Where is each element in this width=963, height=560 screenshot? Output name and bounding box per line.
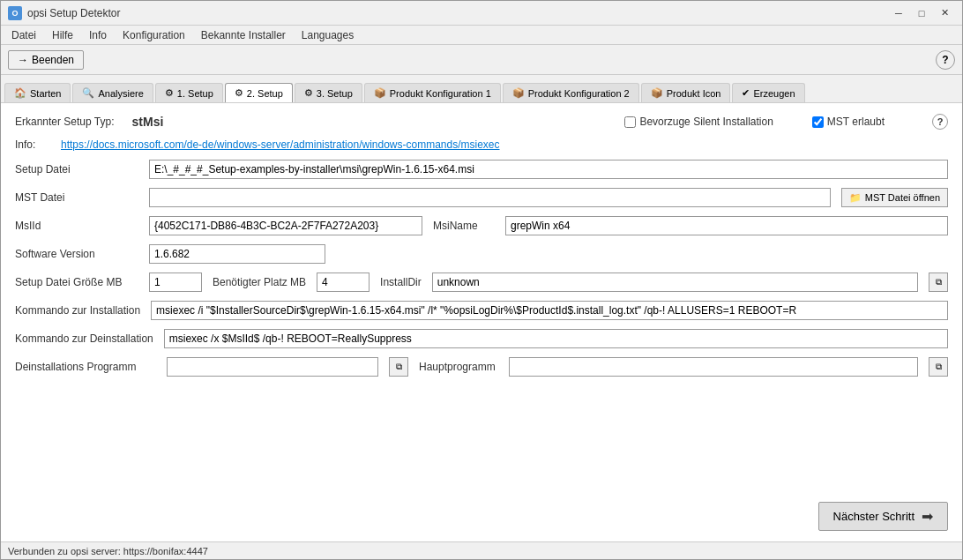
menu-hilfe[interactable]: Hilfe bbox=[45, 27, 80, 43]
kommando-install-row: Kommando zur Installation bbox=[15, 301, 948, 320]
setup-type-row: Erkannter Setup Typ: stMsi Bevorzuge Sil… bbox=[15, 114, 948, 130]
setup-grosse-input[interactable] bbox=[149, 273, 202, 292]
copy-icon: ⧉ bbox=[936, 277, 942, 287]
msiid-label: MsIId bbox=[15, 220, 138, 232]
kommando-install-input[interactable] bbox=[151, 301, 948, 320]
tab-setup3[interactable]: ⚙ 3. Setup bbox=[295, 83, 362, 102]
silent-install-checkbox[interactable] bbox=[624, 116, 636, 128]
status-bar: Verbunden zu opsi server: https://bonifa… bbox=[1, 541, 962, 559]
software-version-row: Software Version bbox=[15, 244, 948, 264]
beenden-button[interactable]: → Beenden bbox=[8, 50, 84, 70]
app-title: opsi Setup Detektor bbox=[27, 7, 120, 19]
arrow-right-icon: ➡ bbox=[922, 508, 933, 525]
deinstall-prog-label: Deinstallations Programm bbox=[15, 361, 156, 373]
check-icon: ✔ bbox=[742, 87, 750, 99]
kommando-deinstall-input[interactable] bbox=[164, 329, 948, 348]
installdir-label: InstallDir bbox=[380, 276, 422, 288]
menu-konfiguration[interactable]: Konfiguration bbox=[116, 27, 192, 43]
tab-produkticon[interactable]: 📦 Produkt Icon bbox=[641, 83, 731, 102]
gear-icon-2: ⚙ bbox=[235, 87, 243, 99]
tab-erzeugen[interactable]: ✔ Erzeugen bbox=[732, 83, 804, 102]
setup-type-label: Erkannter Setup Typ: bbox=[15, 116, 115, 128]
hauptprogramm-label: Hauptprogramm bbox=[419, 361, 498, 373]
benotigter-input[interactable] bbox=[317, 273, 370, 292]
home-icon: 🏠 bbox=[14, 87, 26, 99]
setup-datei-input[interactable] bbox=[149, 160, 948, 179]
mst-erlaubt-checkbox-row: MST erlaubt bbox=[812, 116, 885, 128]
tab-setup2[interactable]: ⚙ 2. Setup bbox=[225, 83, 293, 102]
silent-install-label: Bevorzuge Silent Installation bbox=[639, 116, 773, 128]
next-button[interactable]: Nächster Schritt ➡ bbox=[818, 502, 948, 531]
sizes-row: Setup Datei Größe MB Benötigter Platz MB… bbox=[15, 273, 948, 292]
window-controls: ─ □ ✕ bbox=[888, 5, 955, 21]
copy-icon-3: ⧉ bbox=[936, 362, 942, 372]
software-version-label: Software Version bbox=[15, 248, 138, 260]
msiid-input[interactable] bbox=[149, 216, 422, 235]
info-row: Info: https://docs.microsoft.com/de-de/w… bbox=[15, 138, 948, 151]
help-circle-icon[interactable]: ? bbox=[932, 114, 948, 130]
msiname-label: MsiName bbox=[433, 220, 495, 232]
package-icon-3: 📦 bbox=[651, 87, 663, 99]
tab-starten[interactable]: 🏠 Starten bbox=[4, 83, 71, 102]
tabs-bar: 🏠 Starten 🔍 Analysiere ⚙ 1. Setup ⚙ 2. S… bbox=[1, 75, 962, 103]
close-button[interactable]: ✕ bbox=[934, 5, 955, 21]
deinstall-prog-copy-button[interactable]: ⧉ bbox=[389, 357, 408, 377]
kommando-deinstall-label: Kommando zur Deinstallation bbox=[15, 332, 153, 345]
software-version-input[interactable] bbox=[149, 244, 325, 264]
programs-row: Deinstallations Programm ⧉ Hauptprogramm… bbox=[15, 357, 948, 377]
mst-datei-row: MST Datei 📁 MST Datei öffnen bbox=[15, 188, 948, 207]
msiname-input[interactable] bbox=[505, 216, 948, 235]
package-icon-2: 📦 bbox=[512, 87, 525, 99]
benotigter-label: Benötigter Platz MB bbox=[213, 276, 306, 288]
info-label: Info: bbox=[15, 138, 50, 151]
menu-bar: Datei Hilfe Info Konfiguration Bekannte … bbox=[1, 26, 962, 45]
tab-produktkonfig2[interactable]: 📦 Produkt Konfiguration 2 bbox=[503, 83, 639, 102]
app-icon: O bbox=[8, 6, 22, 20]
info-link[interactable]: https://docs.microsoft.com/de-de/windows… bbox=[61, 138, 500, 151]
tab-setup1[interactable]: ⚙ 1. Setup bbox=[155, 83, 223, 102]
silent-install-checkbox-row: Bevorzuge Silent Installation bbox=[624, 116, 773, 128]
copy-icon-2: ⧉ bbox=[396, 362, 402, 372]
menu-bekannte-installer[interactable]: Bekannte Installer bbox=[194, 27, 293, 43]
installdir-input[interactable] bbox=[432, 273, 918, 292]
minimize-button[interactable]: ─ bbox=[888, 5, 909, 21]
gear-icon-3: ⚙ bbox=[304, 87, 313, 99]
search-icon: 🔍 bbox=[82, 87, 94, 99]
mst-datei-label: MST Datei bbox=[15, 191, 138, 204]
tab-analysiere[interactable]: 🔍 Analysiere bbox=[72, 83, 153, 102]
kommando-deinstall-row: Kommando zur Deinstallation bbox=[15, 329, 948, 348]
setup-grosse-label: Setup Datei Größe MB bbox=[15, 276, 138, 288]
main-content: Erkannter Setup Typ: stMsi Bevorzuge Sil… bbox=[1, 103, 962, 541]
toolbar: → Beenden ? bbox=[1, 45, 962, 75]
installdir-copy-button[interactable]: ⧉ bbox=[929, 273, 948, 292]
folder-icon: 📁 bbox=[849, 192, 862, 204]
menu-datei[interactable]: Datei bbox=[4, 27, 43, 43]
deinstall-prog-input[interactable] bbox=[167, 357, 378, 377]
exit-icon: → bbox=[18, 54, 28, 66]
gear-icon: ⚙ bbox=[165, 87, 174, 99]
mst-open-button[interactable]: 📁 MST Datei öffnen bbox=[841, 188, 948, 207]
setup-datei-row: Setup Datei bbox=[15, 160, 948, 179]
mst-erlaubt-label: MST erlaubt bbox=[827, 116, 885, 128]
title-bar: O opsi Setup Detektor ─ □ ✕ bbox=[1, 1, 962, 26]
menu-info[interactable]: Info bbox=[82, 27, 114, 43]
menu-languages[interactable]: Languages bbox=[295, 27, 361, 43]
msiid-row: MsIId MsiName bbox=[15, 216, 948, 235]
hauptprogramm-input[interactable] bbox=[509, 357, 918, 377]
hauptprogramm-copy-button[interactable]: ⧉ bbox=[929, 357, 948, 377]
setup-datei-label: Setup Datei bbox=[15, 163, 138, 175]
mst-datei-input[interactable] bbox=[149, 188, 831, 207]
tab-produktkonfig1[interactable]: 📦 Produkt Konfiguration 1 bbox=[364, 83, 501, 102]
help-button[interactable]: ? bbox=[936, 50, 955, 70]
status-text: Verbunden zu opsi server: https://bonifa… bbox=[8, 546, 208, 556]
package-icon-1: 📦 bbox=[374, 87, 386, 99]
mst-erlaubt-checkbox[interactable] bbox=[812, 116, 824, 128]
setup-type-value: stMsi bbox=[132, 115, 164, 129]
kommando-install-label: Kommando zur Installation bbox=[15, 304, 140, 317]
next-row: Nächster Schritt ➡ bbox=[15, 502, 948, 531]
maximize-button[interactable]: □ bbox=[911, 5, 932, 21]
